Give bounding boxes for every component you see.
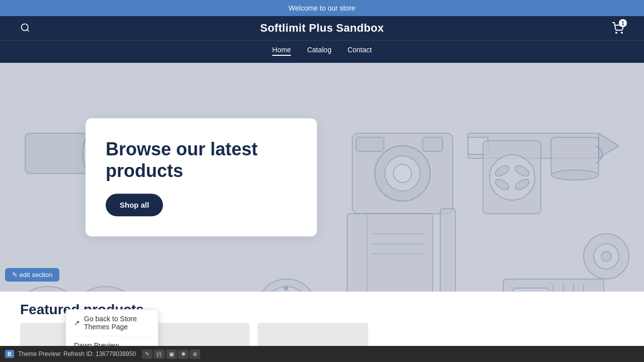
svg-point-0 (22, 24, 28, 30)
svg-point-39 (490, 155, 535, 200)
toolbar-share-btn[interactable]: ⊕ (190, 349, 200, 359)
search-button[interactable] (20, 23, 30, 34)
toolbar-settings-btn[interactable]: ✱ (178, 349, 189, 359)
svg-point-34 (75, 287, 136, 292)
toolbar-edit-btn[interactable]: ✎ (142, 349, 152, 359)
toolbar-code-btn[interactable]: {/} (153, 349, 165, 359)
cart-button[interactable]: 1 (612, 22, 624, 34)
bottom-toolbar: B Theme Preview: Refresh ID: 13677903895… (0, 346, 644, 362)
svg-rect-15 (356, 137, 384, 151)
svg-point-56 (601, 251, 611, 261)
svg-rect-14 (423, 137, 443, 151)
svg-rect-44 (551, 137, 599, 175)
svg-line-1 (27, 29, 29, 31)
svg-point-33 (18, 287, 78, 292)
main-nav: Home Catalog Contact (0, 40, 644, 63)
svg-rect-47 (513, 288, 548, 292)
cart-badge: 1 (619, 19, 627, 27)
nav-link-home[interactable]: Home (272, 46, 291, 56)
announcement-bar: Welcome to our store (0, 0, 644, 16)
toolbar-actions: ✎ {/} ▣ ✱ ⊕ (142, 349, 200, 359)
svg-point-3 (621, 32, 622, 33)
svg-text:N: N (284, 286, 288, 291)
site-title: Softlimit Plus Sandbox (260, 22, 384, 34)
svg-point-2 (616, 32, 617, 33)
svg-marker-17 (599, 133, 619, 158)
edit-section-button[interactable]: ✎ edit section (5, 268, 59, 282)
dropdown-item-go-back[interactable]: ↗ Go back to Store Themes Page (66, 310, 158, 336)
hero-section: N E S W (0, 63, 644, 292)
header-center: Softlimit Plus Sandbox (260, 22, 384, 35)
svg-point-45 (551, 170, 599, 180)
header-left (20, 23, 30, 34)
header: Softlimit Plus Sandbox 1 (0, 16, 644, 40)
toolbar-image-btn[interactable]: ▣ (166, 349, 177, 359)
hero-heading: Browse our latest products (106, 138, 292, 182)
svg-point-13 (393, 164, 412, 183)
nav-link-contact[interactable]: Contact (348, 46, 372, 56)
external-link-icon: ↗ (74, 319, 80, 327)
svg-rect-24 (440, 209, 455, 292)
toolbar-text: Theme Preview: Refresh ID: 136779038950 (18, 350, 136, 357)
announcement-text: Welcome to our store (289, 4, 356, 12)
svg-rect-19 (347, 214, 433, 292)
header-right: 1 (612, 22, 624, 34)
nav-link-catalog[interactable]: Catalog (307, 46, 331, 56)
hero-card: Browse our latest products Shop all (86, 118, 317, 236)
toolbar-badge: B (5, 350, 14, 358)
shop-all-button[interactable]: Shop all (106, 194, 163, 216)
